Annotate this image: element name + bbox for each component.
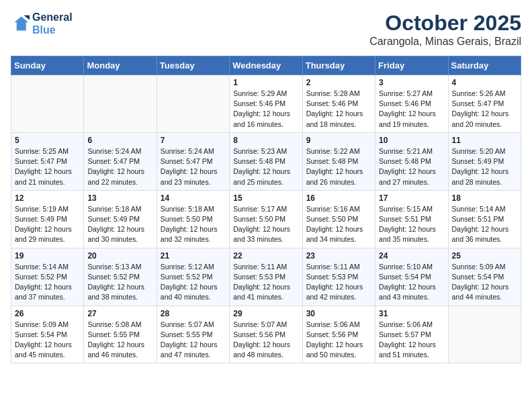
logo-line1: General [32,11,73,24]
calendar-cell: 27Sunrise: 5:08 AMSunset: 5:55 PMDayligh… [84,306,157,363]
day-number: 22 [233,251,298,261]
day-info: Sunrise: 5:18 AMSunset: 5:50 PMDaylight:… [161,204,226,245]
day-number: 28 [161,309,226,318]
weekday-header: Wednesday [230,56,302,75]
calendar-cell: 1Sunrise: 5:29 AMSunset: 5:46 PMDaylight… [230,75,302,133]
day-info: Sunrise: 5:21 AMSunset: 5:48 PMDaylight:… [379,146,444,187]
day-info: Sunrise: 5:17 AMSunset: 5:50 PMDaylight:… [233,204,298,245]
day-info: Sunrise: 5:09 AMSunset: 5:54 PMDaylight:… [15,320,80,361]
calendar-cell: 3Sunrise: 5:27 AMSunset: 5:46 PMDaylight… [375,75,448,133]
day-number: 6 [87,136,152,145]
calendar-cell: 31Sunrise: 5:06 AMSunset: 5:57 PMDayligh… [375,306,448,363]
day-info: Sunrise: 5:06 AMSunset: 5:56 PMDaylight:… [306,320,371,361]
calendar-cell: 20Sunrise: 5:13 AMSunset: 5:52 PMDayligh… [84,248,157,306]
calendar-cell: 2Sunrise: 5:28 AMSunset: 5:46 PMDaylight… [302,75,375,133]
day-number: 15 [233,193,298,203]
day-number: 24 [379,251,444,261]
day-info: Sunrise: 5:14 AMSunset: 5:52 PMDaylight:… [15,262,80,303]
calendar-cell [448,306,521,363]
day-info: Sunrise: 5:10 AMSunset: 5:54 PMDaylight:… [379,262,444,303]
day-number: 25 [452,251,517,261]
day-number: 30 [306,309,371,318]
day-number: 7 [161,136,226,145]
calendar-cell: 14Sunrise: 5:18 AMSunset: 5:50 PMDayligh… [157,190,229,248]
day-info: Sunrise: 5:26 AMSunset: 5:47 PMDaylight:… [452,89,517,130]
day-number: 2 [306,78,371,87]
day-number: 23 [306,251,371,261]
calendar-cell [11,75,84,133]
day-info: Sunrise: 5:06 AMSunset: 5:57 PMDaylight:… [379,320,444,361]
logo-line2: Blue [32,24,73,36]
day-number: 21 [161,251,226,261]
day-number: 3 [379,78,444,87]
day-info: Sunrise: 5:28 AMSunset: 5:46 PMDaylight:… [306,89,371,130]
calendar-cell: 22Sunrise: 5:11 AMSunset: 5:53 PMDayligh… [230,248,302,306]
day-info: Sunrise: 5:11 AMSunset: 5:53 PMDaylight:… [306,262,371,303]
calendar-cell: 6Sunrise: 5:24 AMSunset: 5:47 PMDaylight… [84,132,157,190]
weekday-header: Tuesday [157,56,229,75]
day-number: 13 [87,193,152,203]
day-number: 20 [87,251,152,261]
title-area: October 2025 Carangola, Minas Gerais, Br… [369,11,521,48]
day-number: 18 [452,193,517,203]
day-number: 29 [233,309,298,318]
calendar-cell [157,75,229,133]
month-title: October 2025 [369,11,521,36]
day-info: Sunrise: 5:14 AMSunset: 5:51 PMDaylight:… [452,204,517,245]
day-info: Sunrise: 5:09 AMSunset: 5:54 PMDaylight:… [452,262,517,303]
calendar-cell: 30Sunrise: 5:06 AMSunset: 5:56 PMDayligh… [302,306,375,363]
weekday-header: Sunday [11,56,84,75]
day-info: Sunrise: 5:20 AMSunset: 5:49 PMDaylight:… [452,146,517,187]
calendar-cell: 12Sunrise: 5:19 AMSunset: 5:49 PMDayligh… [11,190,84,248]
weekday-header-row: SundayMondayTuesdayWednesdayThursdayFrid… [11,56,521,75]
day-info: Sunrise: 5:24 AMSunset: 5:47 PMDaylight:… [87,146,152,187]
calendar-cell: 4Sunrise: 5:26 AMSunset: 5:47 PMDaylight… [448,75,521,133]
day-number: 9 [306,136,371,145]
page-header: General Blue October 2025 Carangola, Min… [11,11,521,48]
day-number: 17 [379,193,444,203]
calendar-cell: 26Sunrise: 5:09 AMSunset: 5:54 PMDayligh… [11,306,84,363]
logo: General Blue [11,11,73,36]
calendar-cell: 13Sunrise: 5:18 AMSunset: 5:49 PMDayligh… [84,190,157,248]
calendar-cell: 21Sunrise: 5:12 AMSunset: 5:52 PMDayligh… [157,248,229,306]
calendar-cell: 29Sunrise: 5:07 AMSunset: 5:56 PMDayligh… [230,306,302,363]
day-number: 19 [15,251,80,261]
weekday-header: Monday [84,56,157,75]
day-number: 10 [379,136,444,145]
calendar-cell: 28Sunrise: 5:07 AMSunset: 5:55 PMDayligh… [157,306,229,363]
day-info: Sunrise: 5:08 AMSunset: 5:55 PMDaylight:… [87,320,152,361]
day-number: 8 [233,136,298,145]
day-number: 26 [15,309,80,318]
day-info: Sunrise: 5:18 AMSunset: 5:49 PMDaylight:… [87,204,152,245]
day-info: Sunrise: 5:27 AMSunset: 5:46 PMDaylight:… [379,89,444,130]
day-info: Sunrise: 5:11 AMSunset: 5:53 PMDaylight:… [233,262,298,303]
calendar-cell: 10Sunrise: 5:21 AMSunset: 5:48 PMDayligh… [375,132,448,190]
calendar-week-row: 1Sunrise: 5:29 AMSunset: 5:46 PMDaylight… [11,75,521,133]
day-info: Sunrise: 5:22 AMSunset: 5:48 PMDaylight:… [306,146,371,187]
day-info: Sunrise: 5:16 AMSunset: 5:50 PMDaylight:… [306,204,371,245]
day-info: Sunrise: 5:23 AMSunset: 5:48 PMDaylight:… [233,146,298,187]
calendar-cell: 19Sunrise: 5:14 AMSunset: 5:52 PMDayligh… [11,248,84,306]
day-info: Sunrise: 5:07 AMSunset: 5:56 PMDaylight:… [233,320,298,361]
day-number: 12 [15,193,80,203]
logo-icon [11,14,30,33]
day-info: Sunrise: 5:25 AMSunset: 5:47 PMDaylight:… [15,146,80,187]
calendar-cell: 15Sunrise: 5:17 AMSunset: 5:50 PMDayligh… [230,190,302,248]
calendar-week-row: 26Sunrise: 5:09 AMSunset: 5:54 PMDayligh… [11,306,521,363]
calendar-cell: 5Sunrise: 5:25 AMSunset: 5:47 PMDaylight… [11,132,84,190]
day-number: 27 [87,309,152,318]
weekday-header: Friday [375,56,448,75]
calendar-cell: 25Sunrise: 5:09 AMSunset: 5:54 PMDayligh… [448,248,521,306]
calendar-cell: 24Sunrise: 5:10 AMSunset: 5:54 PMDayligh… [375,248,448,306]
day-number: 5 [15,136,80,145]
calendar-week-row: 12Sunrise: 5:19 AMSunset: 5:49 PMDayligh… [11,190,521,248]
day-number: 11 [452,136,517,145]
day-number: 31 [379,309,444,318]
day-info: Sunrise: 5:15 AMSunset: 5:51 PMDaylight:… [379,204,444,245]
calendar-week-row: 5Sunrise: 5:25 AMSunset: 5:47 PMDaylight… [11,132,521,190]
calendar-cell: 11Sunrise: 5:20 AMSunset: 5:49 PMDayligh… [448,132,521,190]
day-info: Sunrise: 5:07 AMSunset: 5:55 PMDaylight:… [161,320,226,361]
weekday-header: Thursday [302,56,375,75]
calendar-cell: 7Sunrise: 5:24 AMSunset: 5:47 PMDaylight… [157,132,229,190]
calendar-week-row: 19Sunrise: 5:14 AMSunset: 5:52 PMDayligh… [11,248,521,306]
